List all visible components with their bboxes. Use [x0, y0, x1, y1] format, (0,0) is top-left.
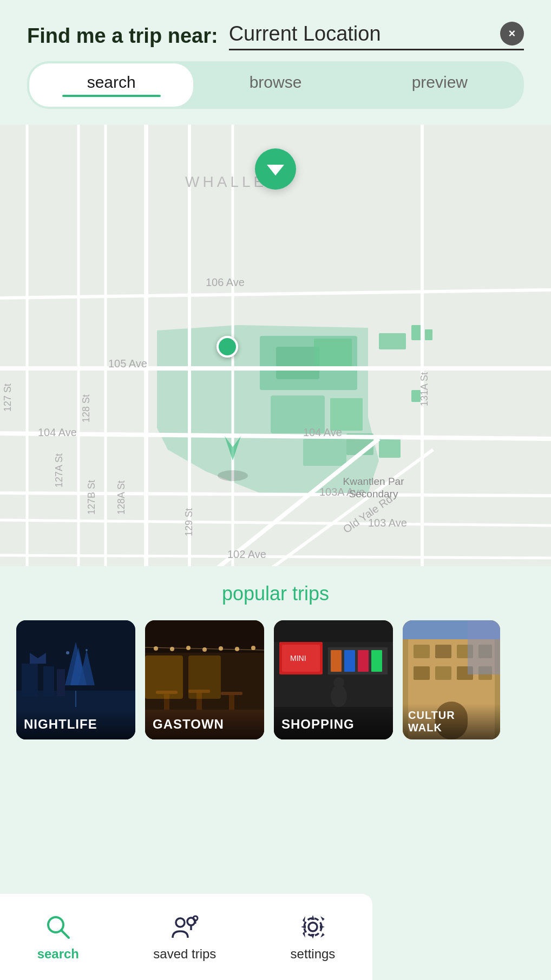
tab-search[interactable]: search	[29, 63, 193, 107]
location-input-wrap: Current Location ×	[229, 22, 524, 50]
svg-text:128A St: 128A St	[116, 481, 127, 515]
svg-text:102 Ave: 102 Ave	[227, 548, 266, 560]
svg-rect-77	[145, 656, 183, 699]
svg-point-59	[66, 651, 69, 654]
svg-text:103 Ave: 103 Ave	[368, 517, 407, 529]
svg-point-68	[219, 646, 223, 651]
location-marker[interactable]	[255, 148, 296, 190]
svg-rect-54	[57, 669, 65, 696]
svg-point-115	[304, 918, 322, 936]
gastown-overlay: GASTOWN	[145, 709, 264, 739]
svg-rect-75	[221, 692, 242, 695]
svg-rect-12	[425, 329, 432, 340]
svg-text:Secondary: Secondary	[349, 488, 398, 499]
culture-label: CULTURWALK	[408, 709, 455, 734]
culture-overlay: CULTURWALK	[403, 704, 500, 739]
svg-text:106 Ave: 106 Ave	[206, 276, 245, 288]
svg-rect-99	[414, 666, 430, 680]
popular-trips-title: popular trips	[0, 582, 551, 605]
svg-rect-4	[314, 339, 352, 368]
svg-rect-89	[371, 650, 382, 672]
settings-nav-label: settings	[291, 946, 336, 962]
bottom-nav: search saved trips	[0, 893, 372, 980]
svg-line-108	[61, 930, 69, 938]
svg-point-66	[186, 646, 191, 650]
svg-rect-53	[43, 666, 54, 696]
trip-card-shopping[interactable]: MINI SHOPPING	[274, 620, 393, 739]
nightlife-label: NIGHTLIFE	[24, 717, 97, 731]
svg-rect-86	[331, 650, 342, 672]
svg-text:105 Ave: 105 Ave	[108, 358, 147, 369]
svg-text:131A St: 131A St	[419, 372, 430, 406]
svg-text:127B St: 127B St	[86, 480, 97, 515]
search-nav-label: search	[37, 946, 79, 962]
svg-text:MINI: MINI	[290, 654, 306, 663]
location-text: Current Location	[229, 22, 500, 46]
trips-row: NIGHTLIFE	[0, 620, 551, 739]
nightlife-overlay: NIGHTLIFE	[16, 709, 135, 739]
gastown-label: GASTOWN	[153, 717, 224, 731]
saved-trips-icon	[170, 913, 199, 941]
svg-point-112	[193, 916, 198, 920]
nav-item-settings[interactable]: settings	[274, 907, 352, 967]
tabs-inner: search browse preview	[27, 61, 524, 109]
nav-item-saved-trips[interactable]: saved trips	[137, 907, 232, 967]
svg-text:Kwantlen Par: Kwantlen Par	[343, 476, 404, 487]
svg-rect-96	[435, 645, 451, 658]
svg-rect-3	[276, 347, 319, 379]
chevron-down-icon	[267, 165, 284, 176]
current-position-dot	[217, 336, 238, 358]
svg-text:104 Ave: 104 Ave	[38, 426, 77, 438]
svg-rect-88	[358, 650, 369, 672]
trip-card-gastown[interactable]: GASTOWN	[145, 620, 264, 739]
popular-trips-section: popular trips	[0, 566, 551, 750]
tab-preview[interactable]: preview	[358, 63, 522, 107]
svg-text:128 St: 128 St	[81, 394, 91, 423]
trip-card-culture[interactable]: CULTURWALK	[403, 620, 500, 739]
shopping-overlay: SHOPPING	[274, 709, 393, 739]
svg-point-91	[331, 685, 347, 707]
header: Find me a trip near: Current Location ×	[0, 0, 551, 61]
search-icon	[44, 913, 72, 941]
map-container[interactable]: 106 Ave 105 Ave 104 Ave 104 Ave 103A Ave…	[0, 125, 551, 569]
svg-text:129 St: 129 St	[183, 508, 194, 536]
svg-point-109	[176, 918, 185, 927]
svg-rect-10	[379, 439, 401, 458]
tab-browse[interactable]: browse	[193, 63, 357, 107]
svg-rect-6	[330, 398, 363, 431]
svg-text:104 Ave: 104 Ave	[303, 426, 342, 438]
find-trip-label: Find me a trip near:	[27, 24, 218, 48]
svg-rect-9	[379, 333, 406, 349]
settings-icon	[299, 913, 327, 941]
svg-point-67	[202, 647, 207, 652]
shopping-label: SHOPPING	[281, 717, 355, 731]
svg-point-114	[309, 923, 317, 931]
svg-rect-106	[468, 620, 500, 674]
svg-text:127A St: 127A St	[54, 453, 64, 488]
svg-point-60	[86, 649, 88, 651]
svg-rect-87	[344, 650, 355, 672]
trip-card-nightlife[interactable]: NIGHTLIFE	[16, 620, 135, 739]
nav-item-search[interactable]: search	[21, 907, 95, 967]
saved-trips-nav-label: saved trips	[153, 946, 216, 962]
svg-point-92	[333, 677, 344, 688]
svg-rect-51	[22, 664, 38, 696]
svg-point-69	[235, 647, 239, 651]
tabs-container: search browse preview	[0, 61, 551, 118]
svg-point-48	[218, 470, 248, 481]
svg-rect-95	[414, 645, 430, 658]
svg-rect-100	[435, 666, 451, 680]
svg-rect-78	[188, 656, 221, 699]
svg-point-70	[251, 646, 255, 650]
svg-text:127 St: 127 St	[2, 384, 13, 412]
clear-location-button[interactable]: ×	[500, 22, 524, 46]
svg-point-65	[170, 647, 174, 651]
svg-point-64	[154, 646, 158, 651]
svg-rect-7	[303, 439, 346, 466]
